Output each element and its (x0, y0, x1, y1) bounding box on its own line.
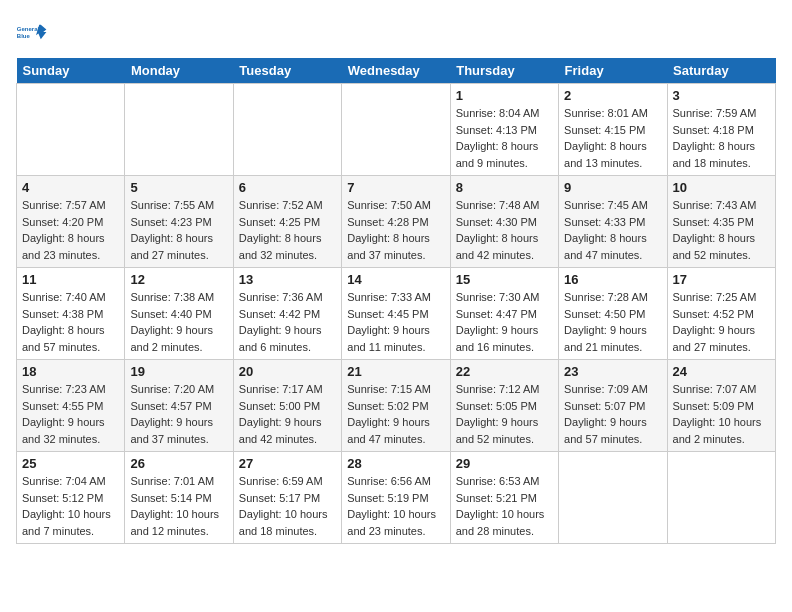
calendar-cell: 15Sunrise: 7:30 AM Sunset: 4:47 PM Dayli… (450, 268, 558, 360)
day-info: Sunrise: 7:17 AM Sunset: 5:00 PM Dayligh… (239, 381, 336, 447)
day-number: 9 (564, 180, 661, 195)
calendar-cell: 2Sunrise: 8:01 AM Sunset: 4:15 PM Daylig… (559, 84, 667, 176)
day-info: Sunrise: 7:36 AM Sunset: 4:42 PM Dayligh… (239, 289, 336, 355)
calendar-cell: 11Sunrise: 7:40 AM Sunset: 4:38 PM Dayli… (17, 268, 125, 360)
calendar-cell (667, 452, 775, 544)
day-info: Sunrise: 7:50 AM Sunset: 4:28 PM Dayligh… (347, 197, 444, 263)
calendar-week-1: 1Sunrise: 8:04 AM Sunset: 4:13 PM Daylig… (17, 84, 776, 176)
day-header-sunday: Sunday (17, 58, 125, 84)
calendar-cell: 13Sunrise: 7:36 AM Sunset: 4:42 PM Dayli… (233, 268, 341, 360)
day-header-wednesday: Wednesday (342, 58, 450, 84)
day-info: Sunrise: 7:45 AM Sunset: 4:33 PM Dayligh… (564, 197, 661, 263)
day-number: 8 (456, 180, 553, 195)
day-info: Sunrise: 7:38 AM Sunset: 4:40 PM Dayligh… (130, 289, 227, 355)
day-header-friday: Friday (559, 58, 667, 84)
day-number: 12 (130, 272, 227, 287)
day-info: Sunrise: 8:04 AM Sunset: 4:13 PM Dayligh… (456, 105, 553, 171)
day-number: 10 (673, 180, 770, 195)
day-info: Sunrise: 7:33 AM Sunset: 4:45 PM Dayligh… (347, 289, 444, 355)
day-info: Sunrise: 7:48 AM Sunset: 4:30 PM Dayligh… (456, 197, 553, 263)
calendar-cell: 1Sunrise: 8:04 AM Sunset: 4:13 PM Daylig… (450, 84, 558, 176)
calendar-cell (17, 84, 125, 176)
day-info: Sunrise: 7:59 AM Sunset: 4:18 PM Dayligh… (673, 105, 770, 171)
day-number: 18 (22, 364, 119, 379)
day-number: 20 (239, 364, 336, 379)
calendar-cell: 18Sunrise: 7:23 AM Sunset: 4:55 PM Dayli… (17, 360, 125, 452)
calendar-cell: 8Sunrise: 7:48 AM Sunset: 4:30 PM Daylig… (450, 176, 558, 268)
day-info: Sunrise: 7:43 AM Sunset: 4:35 PM Dayligh… (673, 197, 770, 263)
calendar-cell: 24Sunrise: 7:07 AM Sunset: 5:09 PM Dayli… (667, 360, 775, 452)
calendar-cell: 6Sunrise: 7:52 AM Sunset: 4:25 PM Daylig… (233, 176, 341, 268)
calendar-cell: 9Sunrise: 7:45 AM Sunset: 4:33 PM Daylig… (559, 176, 667, 268)
day-number: 3 (673, 88, 770, 103)
calendar-week-3: 11Sunrise: 7:40 AM Sunset: 4:38 PM Dayli… (17, 268, 776, 360)
day-number: 26 (130, 456, 227, 471)
day-number: 1 (456, 88, 553, 103)
calendar-cell: 16Sunrise: 7:28 AM Sunset: 4:50 PM Dayli… (559, 268, 667, 360)
calendar-cell: 7Sunrise: 7:50 AM Sunset: 4:28 PM Daylig… (342, 176, 450, 268)
day-number: 27 (239, 456, 336, 471)
day-number: 6 (239, 180, 336, 195)
day-number: 13 (239, 272, 336, 287)
day-number: 5 (130, 180, 227, 195)
day-info: Sunrise: 7:57 AM Sunset: 4:20 PM Dayligh… (22, 197, 119, 263)
calendar-cell: 20Sunrise: 7:17 AM Sunset: 5:00 PM Dayli… (233, 360, 341, 452)
calendar-week-2: 4Sunrise: 7:57 AM Sunset: 4:20 PM Daylig… (17, 176, 776, 268)
calendar-cell: 5Sunrise: 7:55 AM Sunset: 4:23 PM Daylig… (125, 176, 233, 268)
day-number: 14 (347, 272, 444, 287)
calendar-cell: 17Sunrise: 7:25 AM Sunset: 4:52 PM Dayli… (667, 268, 775, 360)
calendar-cell: 23Sunrise: 7:09 AM Sunset: 5:07 PM Dayli… (559, 360, 667, 452)
calendar-cell (233, 84, 341, 176)
day-header-saturday: Saturday (667, 58, 775, 84)
day-info: Sunrise: 7:30 AM Sunset: 4:47 PM Dayligh… (456, 289, 553, 355)
day-number: 21 (347, 364, 444, 379)
calendar-cell (342, 84, 450, 176)
calendar-week-4: 18Sunrise: 7:23 AM Sunset: 4:55 PM Dayli… (17, 360, 776, 452)
day-info: Sunrise: 7:07 AM Sunset: 5:09 PM Dayligh… (673, 381, 770, 447)
day-info: Sunrise: 6:56 AM Sunset: 5:19 PM Dayligh… (347, 473, 444, 539)
day-info: Sunrise: 7:15 AM Sunset: 5:02 PM Dayligh… (347, 381, 444, 447)
calendar-cell (125, 84, 233, 176)
day-info: Sunrise: 7:40 AM Sunset: 4:38 PM Dayligh… (22, 289, 119, 355)
calendar-cell: 10Sunrise: 7:43 AM Sunset: 4:35 PM Dayli… (667, 176, 775, 268)
calendar-cell (559, 452, 667, 544)
day-number: 29 (456, 456, 553, 471)
day-info: Sunrise: 8:01 AM Sunset: 4:15 PM Dayligh… (564, 105, 661, 171)
day-info: Sunrise: 7:04 AM Sunset: 5:12 PM Dayligh… (22, 473, 119, 539)
day-number: 2 (564, 88, 661, 103)
calendar-cell: 26Sunrise: 7:01 AM Sunset: 5:14 PM Dayli… (125, 452, 233, 544)
day-info: Sunrise: 6:53 AM Sunset: 5:21 PM Dayligh… (456, 473, 553, 539)
calendar-cell: 29Sunrise: 6:53 AM Sunset: 5:21 PM Dayli… (450, 452, 558, 544)
calendar-cell: 22Sunrise: 7:12 AM Sunset: 5:05 PM Dayli… (450, 360, 558, 452)
calendar-cell: 14Sunrise: 7:33 AM Sunset: 4:45 PM Dayli… (342, 268, 450, 360)
calendar: SundayMondayTuesdayWednesdayThursdayFrid… (16, 58, 776, 544)
calendar-cell: 25Sunrise: 7:04 AM Sunset: 5:12 PM Dayli… (17, 452, 125, 544)
calendar-header-row: SundayMondayTuesdayWednesdayThursdayFrid… (17, 58, 776, 84)
calendar-cell: 12Sunrise: 7:38 AM Sunset: 4:40 PM Dayli… (125, 268, 233, 360)
calendar-cell: 28Sunrise: 6:56 AM Sunset: 5:19 PM Dayli… (342, 452, 450, 544)
day-number: 19 (130, 364, 227, 379)
day-info: Sunrise: 7:12 AM Sunset: 5:05 PM Dayligh… (456, 381, 553, 447)
day-number: 25 (22, 456, 119, 471)
logo-icon: GeneralBlue (16, 16, 48, 48)
day-header-monday: Monday (125, 58, 233, 84)
header: GeneralBlue (16, 16, 776, 48)
day-info: Sunrise: 7:20 AM Sunset: 4:57 PM Dayligh… (130, 381, 227, 447)
calendar-cell: 3Sunrise: 7:59 AM Sunset: 4:18 PM Daylig… (667, 84, 775, 176)
day-number: 16 (564, 272, 661, 287)
day-number: 4 (22, 180, 119, 195)
day-info: Sunrise: 7:01 AM Sunset: 5:14 PM Dayligh… (130, 473, 227, 539)
calendar-cell: 27Sunrise: 6:59 AM Sunset: 5:17 PM Dayli… (233, 452, 341, 544)
day-header-thursday: Thursday (450, 58, 558, 84)
day-number: 24 (673, 364, 770, 379)
day-number: 7 (347, 180, 444, 195)
calendar-week-5: 25Sunrise: 7:04 AM Sunset: 5:12 PM Dayli… (17, 452, 776, 544)
day-info: Sunrise: 7:52 AM Sunset: 4:25 PM Dayligh… (239, 197, 336, 263)
day-number: 17 (673, 272, 770, 287)
calendar-cell: 21Sunrise: 7:15 AM Sunset: 5:02 PM Dayli… (342, 360, 450, 452)
day-info: Sunrise: 7:23 AM Sunset: 4:55 PM Dayligh… (22, 381, 119, 447)
day-info: Sunrise: 7:55 AM Sunset: 4:23 PM Dayligh… (130, 197, 227, 263)
svg-text:Blue: Blue (17, 33, 31, 39)
day-number: 11 (22, 272, 119, 287)
svg-text:General: General (17, 26, 40, 32)
